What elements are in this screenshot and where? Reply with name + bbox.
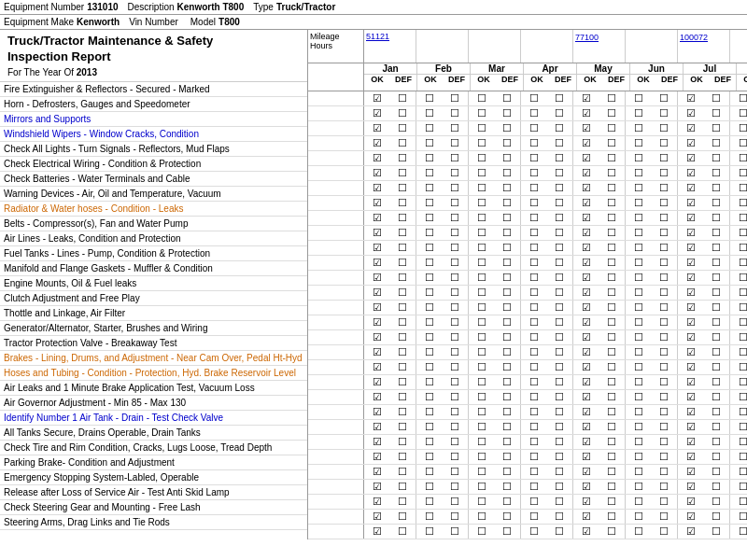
def-checkbox[interactable]: ☐: [390, 450, 416, 464]
ok-checkbox[interactable]: ☑: [678, 405, 704, 419]
ok-checkbox[interactable]: ☐: [730, 181, 747, 195]
ok-checkbox[interactable]: ☐: [469, 420, 495, 434]
ok-checkbox[interactable]: ☐: [416, 510, 443, 524]
def-checkbox[interactable]: ☐: [652, 330, 678, 344]
def-checkbox[interactable]: ☐: [599, 196, 626, 210]
def-checkbox[interactable]: ☐: [390, 375, 416, 389]
def-checkbox[interactable]: ☐: [547, 166, 573, 180]
ok-checkbox[interactable]: ☐: [521, 121, 547, 135]
def-checkbox[interactable]: ☐: [495, 271, 521, 285]
ok-checkbox[interactable]: ☑: [364, 375, 390, 389]
ok-checkbox[interactable]: ☑: [364, 226, 390, 240]
ok-checkbox[interactable]: ☑: [678, 91, 704, 105]
def-checkbox[interactable]: ☐: [652, 360, 678, 374]
def-checkbox[interactable]: ☐: [547, 211, 573, 225]
def-checkbox[interactable]: ☐: [704, 405, 730, 419]
ok-checkbox[interactable]: ☐: [626, 510, 652, 524]
ok-checkbox[interactable]: ☑: [364, 166, 390, 180]
ok-checkbox[interactable]: ☐: [626, 525, 652, 539]
def-checkbox[interactable]: ☐: [443, 211, 469, 225]
ok-checkbox[interactable]: ☐: [521, 495, 547, 509]
def-checkbox[interactable]: ☐: [547, 181, 573, 195]
ok-checkbox[interactable]: ☑: [364, 525, 390, 539]
ok-checkbox[interactable]: ☑: [573, 330, 599, 344]
ok-checkbox[interactable]: ☐: [730, 510, 747, 524]
def-checkbox[interactable]: ☐: [599, 525, 626, 539]
ok-checkbox[interactable]: ☐: [469, 151, 495, 165]
ok-checkbox[interactable]: ☐: [416, 106, 443, 120]
ok-checkbox[interactable]: ☐: [626, 286, 652, 300]
ok-checkbox[interactable]: ☑: [573, 360, 599, 374]
ok-checkbox[interactable]: ☑: [573, 196, 599, 210]
def-checkbox[interactable]: ☐: [390, 241, 416, 255]
def-checkbox[interactable]: ☐: [652, 136, 678, 150]
ok-checkbox[interactable]: ☐: [626, 345, 652, 359]
ok-checkbox[interactable]: ☐: [626, 390, 652, 404]
ok-checkbox[interactable]: ☑: [364, 465, 390, 479]
ok-checkbox[interactable]: ☑: [678, 181, 704, 195]
def-checkbox[interactable]: ☐: [704, 330, 730, 344]
ok-checkbox[interactable]: ☐: [521, 241, 547, 255]
ok-checkbox[interactable]: ☐: [626, 330, 652, 344]
def-checkbox[interactable]: ☐: [495, 136, 521, 150]
ok-checkbox[interactable]: ☑: [573, 495, 599, 509]
def-checkbox[interactable]: ☐: [390, 256, 416, 270]
ok-checkbox[interactable]: ☐: [416, 91, 443, 105]
ok-checkbox[interactable]: ☐: [416, 330, 443, 344]
ok-checkbox[interactable]: ☐: [416, 465, 443, 479]
ok-checkbox[interactable]: ☑: [678, 465, 704, 479]
def-checkbox[interactable]: ☐: [443, 196, 469, 210]
ok-checkbox[interactable]: ☑: [364, 151, 390, 165]
ok-checkbox[interactable]: ☑: [573, 271, 599, 285]
ok-checkbox[interactable]: ☑: [364, 271, 390, 285]
ok-checkbox[interactable]: ☐: [469, 330, 495, 344]
def-checkbox[interactable]: ☐: [443, 226, 469, 240]
ok-checkbox[interactable]: ☐: [730, 301, 747, 315]
ok-checkbox[interactable]: ☐: [469, 241, 495, 255]
def-checkbox[interactable]: ☐: [704, 121, 730, 135]
def-checkbox[interactable]: ☐: [443, 166, 469, 180]
ok-checkbox[interactable]: ☑: [678, 151, 704, 165]
ok-checkbox[interactable]: ☐: [469, 315, 495, 329]
def-checkbox[interactable]: ☐: [443, 480, 469, 494]
ok-checkbox[interactable]: ☑: [364, 181, 390, 195]
ok-checkbox[interactable]: ☑: [573, 405, 599, 419]
def-checkbox[interactable]: ☐: [652, 286, 678, 300]
def-checkbox[interactable]: ☐: [495, 375, 521, 389]
ok-checkbox[interactable]: ☐: [521, 480, 547, 494]
ok-checkbox[interactable]: ☐: [626, 196, 652, 210]
ok-checkbox[interactable]: ☐: [626, 480, 652, 494]
ok-checkbox[interactable]: ☐: [730, 450, 747, 464]
def-checkbox[interactable]: ☐: [599, 315, 626, 329]
def-checkbox[interactable]: ☐: [652, 510, 678, 524]
ok-checkbox[interactable]: ☐: [626, 241, 652, 255]
ok-checkbox[interactable]: ☑: [364, 211, 390, 225]
def-checkbox[interactable]: ☐: [443, 315, 469, 329]
ok-checkbox[interactable]: ☑: [364, 106, 390, 120]
ok-checkbox[interactable]: ☐: [469, 91, 495, 105]
ok-checkbox[interactable]: ☐: [521, 166, 547, 180]
def-checkbox[interactable]: ☐: [495, 330, 521, 344]
ok-checkbox[interactable]: ☐: [730, 345, 747, 359]
def-checkbox[interactable]: ☐: [443, 345, 469, 359]
ok-checkbox[interactable]: ☑: [364, 91, 390, 105]
def-checkbox[interactable]: ☐: [390, 510, 416, 524]
ok-checkbox[interactable]: ☑: [364, 480, 390, 494]
def-checkbox[interactable]: ☐: [652, 495, 678, 509]
def-checkbox[interactable]: ☐: [599, 301, 626, 315]
def-checkbox[interactable]: ☐: [599, 420, 626, 434]
ok-checkbox[interactable]: ☐: [469, 465, 495, 479]
def-checkbox[interactable]: ☐: [495, 211, 521, 225]
def-checkbox[interactable]: ☐: [652, 166, 678, 180]
ok-checkbox[interactable]: ☐: [626, 420, 652, 434]
def-checkbox[interactable]: ☐: [652, 435, 678, 449]
ok-checkbox[interactable]: ☑: [678, 136, 704, 150]
ok-checkbox[interactable]: ☐: [521, 181, 547, 195]
ok-checkbox[interactable]: ☑: [678, 450, 704, 464]
ok-checkbox[interactable]: ☐: [730, 226, 747, 240]
ok-checkbox[interactable]: ☐: [730, 315, 747, 329]
def-checkbox[interactable]: ☐: [652, 151, 678, 165]
def-checkbox[interactable]: ☐: [704, 360, 730, 374]
def-checkbox[interactable]: ☐: [443, 151, 469, 165]
ok-checkbox[interactable]: ☑: [573, 420, 599, 434]
